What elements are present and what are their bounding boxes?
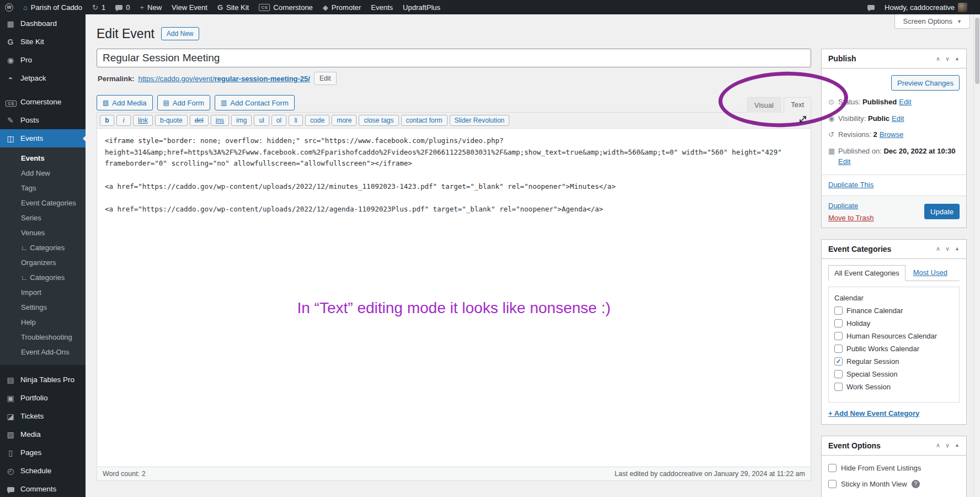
- add-form-button[interactable]: ▤Add Form: [157, 95, 210, 110]
- category-checkbox[interactable]: [834, 332, 843, 340]
- tab-most-used[interactable]: Most Used: [912, 265, 949, 281]
- post-content-editor[interactable]: <iframe style="border: none; overflow: h…: [97, 129, 811, 467]
- sidebar-subitem-add-new[interactable]: Add New: [0, 166, 86, 181]
- edit-visibility-link[interactable]: Edit: [892, 114, 904, 123]
- sidebar-item-cornerstone[interactable]: CSCornerstone: [0, 93, 86, 111]
- permalink-link[interactable]: https://caddo.gov/event/regular-session-…: [138, 75, 310, 83]
- sidebar-item-portfolio[interactable]: ▣Portfolio: [0, 389, 86, 407]
- order-down-icon[interactable]: ∨: [945, 246, 950, 252]
- sidebar-item-dashboard[interactable]: ▦Dashboard: [0, 14, 86, 33]
- sidebar-item-events[interactable]: ◫Events: [0, 129, 86, 147]
- quicktag-more-button[interactable]: more: [332, 115, 356, 126]
- toggle-panel-icon[interactable]: ▲: [955, 246, 960, 251]
- view-event-menu[interactable]: View Event: [167, 0, 212, 14]
- category-checkbox[interactable]: [834, 370, 843, 378]
- sidebar-subitem-troubleshooting[interactable]: Troubleshooting: [0, 330, 86, 345]
- preview-changes-button[interactable]: Preview Changes: [891, 75, 960, 91]
- category-public-works-calendar[interactable]: Public Works Calendar: [834, 342, 959, 355]
- category-checkbox[interactable]: [834, 383, 843, 391]
- quicktag-ol-button[interactable]: ol: [271, 115, 286, 126]
- quicktag-ins-button[interactable]: ins: [211, 115, 229, 126]
- category-checkbox[interactable]: [834, 319, 843, 327]
- add-new-event-category-link[interactable]: + Add New Event Category: [828, 409, 919, 417]
- sticky-in-month-view-checkbox[interactable]: [828, 480, 837, 488]
- sidebar-subitem-event-add-ons[interactable]: Event Add-Ons: [0, 345, 86, 359]
- sidebar-subitem-tags[interactable]: Tags: [0, 181, 86, 195]
- sidebar-item-schedule[interactable]: ◴Schedule: [0, 462, 86, 480]
- quicktag-del-button[interactable]: del: [190, 115, 209, 126]
- quicktag-bold-button[interactable]: b: [100, 115, 114, 126]
- sidebar-subitem-organizers[interactable]: Organizers: [0, 255, 86, 270]
- sidebar-subitem-series[interactable]: Series: [0, 210, 86, 225]
- help-icon[interactable]: ?: [912, 480, 920, 488]
- quicktag-contact-form-button[interactable]: contact form: [401, 115, 448, 126]
- category-checkbox[interactable]: [834, 345, 843, 353]
- site-name-menu[interactable]: ⌂Parish of Caddo: [18, 0, 87, 14]
- event-options-header[interactable]: Event Options ∧ ∨ ▲: [822, 436, 966, 456]
- promoter-menu[interactable]: ◆Promoter: [318, 0, 366, 14]
- sidebar-item-site-kit[interactable]: GSite Kit: [0, 33, 86, 51]
- hide-from-listings-checkbox[interactable]: [828, 464, 837, 472]
- sidebar-subitem-help[interactable]: Help: [0, 315, 86, 330]
- post-title-input[interactable]: [97, 49, 811, 67]
- category-special-session[interactable]: Special Session: [834, 368, 959, 380]
- sidebar-subitem-import[interactable]: Import: [0, 285, 86, 300]
- category-calendar[interactable]: Calendar: [834, 292, 959, 304]
- sidebar-subitem-venue-categories[interactable]: ∟ Categories: [0, 240, 86, 255]
- order-down-icon[interactable]: ∨: [945, 56, 950, 62]
- tab-text[interactable]: Text: [784, 97, 811, 113]
- event-categories-header[interactable]: Event Categories ∧ ∨ ▲: [822, 240, 966, 259]
- quicktag-code-button[interactable]: code: [305, 115, 329, 126]
- events-menu[interactable]: Events: [366, 0, 398, 14]
- sidebar-subitem-venues[interactable]: Venues: [0, 225, 86, 240]
- tab-visual[interactable]: Visual: [747, 97, 781, 113]
- category-work-session[interactable]: Work Session: [834, 380, 959, 393]
- comments-menu[interactable]: 0: [110, 0, 135, 14]
- category-finance-calendar[interactable]: Finance Calendar: [834, 304, 959, 317]
- order-up-icon[interactable]: ∧: [936, 246, 940, 252]
- hide-from-listings-option[interactable]: Hide From Event Listings: [822, 460, 966, 476]
- order-up-icon[interactable]: ∧: [936, 56, 940, 62]
- category-human-resources-calendar[interactable]: Human Resources Calendar: [834, 330, 959, 342]
- page-scrollbar[interactable]: [973, 14, 980, 497]
- wp-logo-menu[interactable]: W: [0, 0, 18, 14]
- duplicate-link[interactable]: Duplicate: [828, 202, 874, 210]
- sidebar-item-tickets[interactable]: ◪Tickets: [0, 407, 86, 425]
- category-holiday[interactable]: Holiday: [834, 317, 959, 330]
- sidebar-item-comments[interactable]: Comments: [0, 480, 86, 497]
- publish-panel-header[interactable]: Publish ∧ ∨ ▲: [822, 49, 966, 68]
- order-down-icon[interactable]: ∨: [945, 442, 950, 448]
- updates-menu[interactable]: ↻1: [87, 0, 110, 14]
- quicktag-italic-button[interactable]: i: [116, 115, 131, 126]
- screen-options-tab[interactable]: Screen Options ▼: [894, 14, 970, 29]
- quicktag-slider-revolution-button[interactable]: Slider Revolution: [450, 115, 510, 126]
- add-contact-form-button[interactable]: ▥Add Contact Form: [215, 95, 295, 110]
- category-regular-session[interactable]: Regular Session: [834, 355, 959, 368]
- sidebar-subitem-settings[interactable]: Settings: [0, 300, 86, 315]
- update-button[interactable]: Update: [924, 204, 960, 219]
- edit-status-link[interactable]: Edit: [899, 98, 911, 106]
- toggle-panel-icon[interactable]: ▲: [955, 56, 960, 61]
- quicktag-img-button[interactable]: img: [231, 115, 252, 126]
- sidebar-item-ninja-tables-pro[interactable]: ▤Ninja Tables Pro: [0, 371, 86, 389]
- sidebar-subitem-organizer-categories[interactable]: ∟ Categories: [0, 270, 86, 285]
- category-checkbox[interactable]: [834, 306, 843, 315]
- move-to-trash-link[interactable]: Move to Trash: [828, 214, 874, 222]
- sidebar-item-jetpack[interactable]: ◓Jetpack: [0, 69, 86, 87]
- sidebar-item-pro[interactable]: ◉Pro: [0, 51, 86, 69]
- scrollbar-thumb[interactable]: [975, 18, 979, 84]
- quicktag-blockquote-button[interactable]: b-quote: [155, 115, 188, 126]
- messages-menu[interactable]: [862, 0, 880, 14]
- order-up-icon[interactable]: ∧: [936, 442, 940, 448]
- quicktag-link-button[interactable]: link: [133, 115, 153, 126]
- updraftplus-menu[interactable]: UpdraftPlus: [398, 0, 445, 14]
- add-new-button[interactable]: Add New: [161, 27, 199, 40]
- cornerstone-menu[interactable]: CSCornerstone: [254, 0, 318, 14]
- add-media-button[interactable]: ▧Add Media: [97, 95, 153, 110]
- duplicate-this-link[interactable]: Duplicate This: [828, 181, 874, 189]
- browse-revisions-link[interactable]: Browse: [880, 130, 903, 139]
- category-checklist[interactable]: Calendar Finance Calendar Holiday Human …: [828, 287, 960, 403]
- toggle-panel-icon[interactable]: ▲: [955, 443, 960, 448]
- quicktag-li-button[interactable]: li: [289, 115, 303, 126]
- category-checkbox[interactable]: [834, 357, 843, 366]
